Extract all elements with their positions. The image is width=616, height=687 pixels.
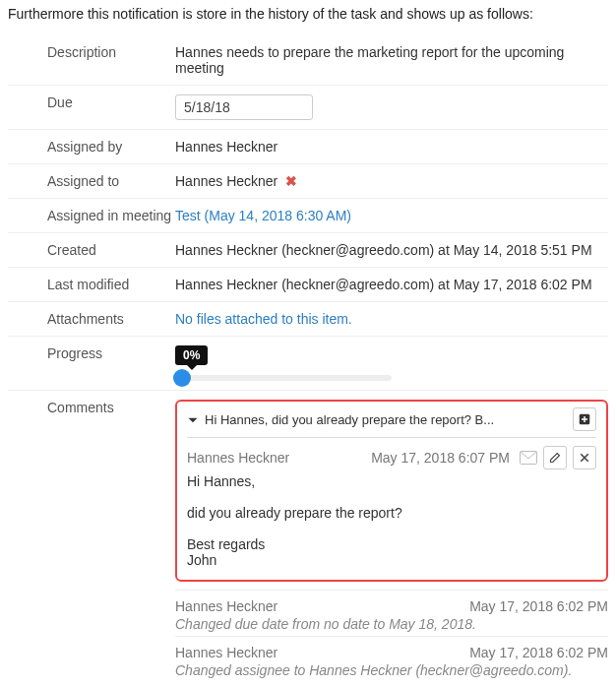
comment-summary-row: Hi Hannes, did you already prepare the r… bbox=[187, 407, 596, 438]
history-desc: Changed assignee to Hannes Heckner (heck… bbox=[175, 662, 608, 678]
due-date-input[interactable] bbox=[175, 94, 313, 120]
comment-header: Hannes Heckner May 17, 2018 6:07 PM bbox=[187, 446, 596, 469]
history-item: Hannes Heckner May 17, 2018 6:02 PM Chan… bbox=[175, 636, 608, 682]
progress-tooltip: 0% bbox=[175, 345, 208, 365]
value-assigned-by: Hannes Heckner bbox=[175, 139, 608, 155]
history-author: Hannes Heckner bbox=[175, 598, 469, 614]
label-comments: Comments bbox=[47, 400, 175, 415]
label-attachments: Attachments bbox=[47, 311, 175, 327]
label-assigned-in-meeting: Assigned in meeting bbox=[47, 208, 175, 223]
progress-handle[interactable] bbox=[173, 369, 191, 387]
chevron-down-icon[interactable] bbox=[187, 414, 199, 426]
value-created: Hannes Heckner (heckner@agreedo.com) at … bbox=[175, 242, 608, 258]
progress-track bbox=[175, 375, 392, 381]
value-assigned-to: Hannes Heckner bbox=[175, 173, 277, 189]
value-description: Hannes needs to prepare the marketing re… bbox=[175, 44, 608, 76]
comments-highlight-box: Hi Hannes, did you already prepare the r… bbox=[175, 400, 608, 582]
remove-assignee-button[interactable]: ✖ bbox=[285, 173, 297, 189]
meeting-link[interactable]: Test (May 14, 2018 6:30 AM) bbox=[175, 208, 351, 223]
label-assigned-by: Assigned by bbox=[47, 139, 175, 155]
edit-comment-button[interactable] bbox=[543, 446, 567, 469]
comment-author: Hannes Heckner bbox=[187, 450, 289, 466]
row-last-modified: Last modified Hannes Heckner (heckner@ag… bbox=[8, 267, 608, 301]
history-item: Hannes Heckner May 17, 2018 6:02 PM Chan… bbox=[175, 590, 608, 636]
comment-body: Hi Hannes, did you already prepare the r… bbox=[187, 473, 596, 568]
row-progress: Progress 0% bbox=[8, 336, 608, 390]
label-assigned-to: Assigned to bbox=[47, 173, 175, 189]
history-timestamp: May 17, 2018 6:02 PM bbox=[469, 645, 608, 660]
history-timestamp: May 17, 2018 6:02 PM bbox=[469, 598, 608, 614]
row-assigned-by: Assigned by Hannes Heckner bbox=[8, 129, 608, 163]
intro-text: Furthermore this notification is store i… bbox=[8, 6, 608, 22]
delete-comment-button[interactable] bbox=[573, 446, 596, 469]
comment-timestamp: May 17, 2018 6:07 PM bbox=[371, 450, 510, 466]
history-author: Hannes Heckner bbox=[175, 645, 469, 660]
attachments-link[interactable]: No files attached to this item. bbox=[175, 311, 352, 327]
add-comment-button[interactable] bbox=[573, 407, 596, 431]
label-progress: Progress bbox=[47, 345, 175, 361]
value-last-modified: Hannes Heckner (heckner@agreedo.com) at … bbox=[175, 277, 608, 292]
row-assigned-to: Assigned to Hannes Heckner ✖ bbox=[8, 163, 608, 198]
row-attachments: Attachments No files attached to this it… bbox=[8, 301, 608, 336]
row-assigned-in-meeting: Assigned in meeting Test (May 14, 2018 6… bbox=[8, 198, 608, 232]
label-due: Due bbox=[47, 94, 175, 110]
row-created: Created Hannes Heckner (heckner@agreedo.… bbox=[8, 232, 608, 267]
history-desc: Changed due date from no date to May 18,… bbox=[175, 616, 608, 632]
row-description: Description Hannes needs to prepare the … bbox=[8, 35, 608, 85]
row-comments: Comments Hi Hannes, did you already prep… bbox=[8, 390, 608, 687]
comment-summary-text: Hi Hannes, did you already prepare the r… bbox=[205, 412, 567, 427]
label-created: Created bbox=[47, 242, 175, 258]
label-description: Description bbox=[47, 44, 175, 60]
progress-slider[interactable]: 0% bbox=[175, 345, 392, 381]
row-due: Due bbox=[8, 85, 608, 129]
label-last-modified: Last modified bbox=[47, 277, 175, 292]
mail-icon bbox=[520, 451, 537, 465]
